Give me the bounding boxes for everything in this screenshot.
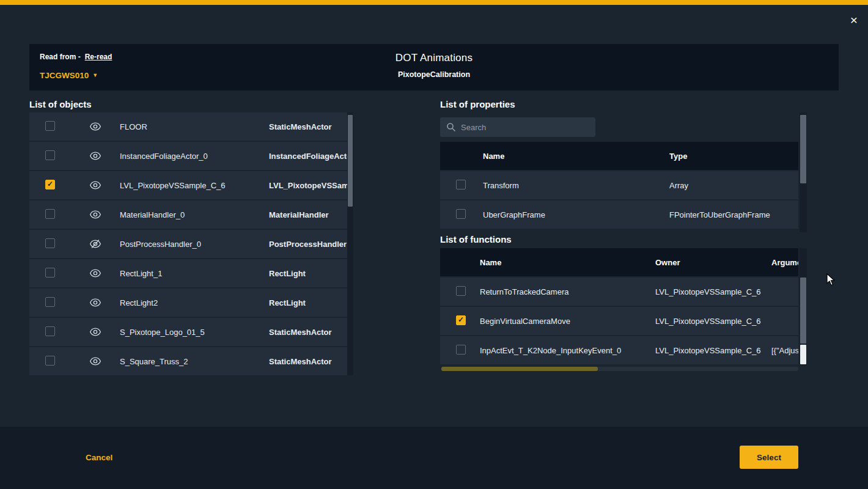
object-type: MaterialHandler (269, 210, 347, 219)
properties-rows: Transform Array UberGraphFrame FPointerT… (440, 171, 798, 229)
visibility-toggle[interactable] (71, 296, 120, 309)
eye-icon (89, 150, 101, 162)
function-row[interactable]: ReturnToTrackedCamera LVL_PixotopeVSSamp… (440, 278, 798, 306)
visibility-toggle[interactable] (71, 326, 120, 338)
row-checkbox[interactable] (456, 180, 466, 189)
visibility-toggle[interactable] (71, 208, 120, 221)
object-row[interactable]: MaterialHandler_0 MaterialHandler (29, 200, 353, 229)
property-row[interactable]: Transform Array (440, 171, 798, 199)
visibility-toggle[interactable] (71, 267, 120, 279)
functions-rows: ReturnToTrackedCamera LVL_PixotopeVSSamp… (440, 278, 798, 364)
dialog-header: Read from -Re-read TJCGWS010▼ DOT Animat… (29, 44, 839, 90)
object-row[interactable]: S_Square_Truss_2 StaticMeshActor (29, 347, 353, 375)
row-checkbox[interactable] (45, 356, 55, 366)
functions-scrollbar[interactable] (800, 248, 807, 366)
function-owner: LVL_PixotopeVSSample_C_6 (655, 287, 771, 296)
function-owner: LVL_PixotopeVSSample_C_6 (655, 317, 771, 326)
object-name: PostProcessHandler_0 (120, 240, 269, 249)
eye-icon (89, 120, 101, 133)
object-row[interactable]: RectLight_1 RectLight (29, 259, 353, 287)
properties-scrollbar[interactable] (800, 112, 807, 232)
dialog-title-block: DOT Animations PixotopeCalibration (29, 44, 839, 79)
functions-scrollbar-thumb[interactable] (800, 278, 806, 344)
object-checkbox-cell (29, 150, 71, 162)
eye-icon (89, 238, 101, 250)
function-name: ReturnToTrackedCamera (480, 287, 655, 296)
property-row[interactable]: UberGraphFrame FPointerToUberGraphFrame (440, 200, 798, 229)
object-checkbox-cell (29, 356, 71, 367)
eye-icon (89, 296, 101, 309)
functions-horizontal-scrollbar-thumb[interactable] (441, 367, 598, 371)
property-name: UberGraphFrame (483, 210, 669, 219)
row-checkbox[interactable] (45, 209, 55, 219)
objects-list: FLOOR StaticMeshActor InstancedFoliageAc… (29, 112, 353, 377)
row-checkbox[interactable] (45, 150, 55, 160)
dialog-title: DOT Animations (29, 52, 839, 64)
row-checkbox[interactable] (45, 326, 55, 336)
eye-icon (89, 208, 101, 221)
cancel-button[interactable]: Cancel (86, 453, 112, 462)
function-owner: LVL_PixotopeVSSample_C_6 (655, 346, 771, 355)
object-type: LVL_PixotopeVSSample_C (269, 181, 347, 190)
functions-table: Name Owner Arguments ReturnToTrackedCame… (440, 248, 798, 366)
objects-scrollbar-thumb[interactable] (348, 115, 353, 207)
object-checkbox-cell (29, 180, 71, 191)
properties-heading: List of properties (440, 99, 515, 109)
row-checkbox[interactable] (45, 297, 55, 307)
row-checkbox[interactable] (45, 121, 55, 131)
object-checkbox-cell (29, 268, 71, 279)
search-input[interactable] (461, 123, 589, 132)
functions-heading: List of functions (440, 234, 512, 244)
row-checkbox[interactable] (45, 268, 55, 278)
object-checkbox-cell (29, 297, 71, 309)
function-checkbox-cell (440, 286, 480, 298)
object-row[interactable]: FLOOR StaticMeshActor (29, 112, 353, 141)
column-header-owner: Owner (655, 258, 771, 267)
functions-scrollbar-thumb-bottom[interactable] (800, 345, 806, 364)
object-name: LVL_PixotopeVSSample_C_6 (120, 181, 269, 190)
column-header-type: Type (669, 152, 798, 161)
properties-scrollbar-thumb[interactable] (800, 115, 806, 183)
object-type: InstancedFoliageActor (269, 152, 347, 161)
visibility-toggle[interactable] (71, 150, 120, 162)
functions-horizontal-scrollbar[interactable] (441, 367, 798, 371)
objects-heading: List of objects (29, 99, 92, 109)
property-checkbox-cell (440, 180, 483, 191)
object-type: RectLight (269, 269, 347, 278)
function-name: BeginVirtualCameraMove (480, 317, 655, 326)
object-row[interactable]: LVL_PixotopeVSSample_C_6 LVL_PixotopeVSS… (29, 171, 353, 199)
object-name: S_Pixotope_Logo_01_5 (120, 328, 269, 337)
visibility-toggle[interactable] (71, 355, 120, 367)
object-row[interactable]: PostProcessHandler_0 PostProcessHandler (29, 230, 353, 258)
object-row[interactable]: InstancedFoliageActor_0 InstancedFoliage… (29, 142, 353, 170)
object-row[interactable]: S_Pixotope_Logo_01_5 StaticMeshActor (29, 318, 353, 346)
visibility-toggle[interactable] (71, 238, 120, 250)
function-row[interactable]: BeginVirtualCameraMove LVL_PixotopeVSSam… (440, 307, 798, 335)
function-row[interactable]: InpActEvt_T_K2Node_InputKeyEvent_0 LVL_P… (440, 336, 798, 364)
property-type: Array (669, 181, 798, 190)
eye-icon (89, 267, 101, 279)
row-checkbox[interactable] (456, 345, 466, 355)
column-header-name: Name (483, 152, 669, 161)
object-name: S_Square_Truss_2 (120, 357, 269, 366)
row-checkbox[interactable] (45, 238, 55, 248)
property-checkbox-cell (440, 209, 483, 221)
visibility-toggle[interactable] (71, 179, 120, 191)
properties-search-box[interactable] (440, 117, 595, 137)
search-icon (446, 122, 456, 132)
close-icon[interactable]: × (850, 13, 858, 26)
row-checkbox[interactable] (45, 180, 55, 189)
visibility-toggle[interactable] (71, 120, 120, 133)
objects-scrollbar[interactable] (347, 112, 353, 375)
dot-animations-dialog: × Read from -Re-read TJCGWS010▼ DOT Anim… (0, 0, 868, 489)
row-checkbox[interactable] (456, 209, 466, 219)
row-checkbox[interactable] (456, 315, 466, 325)
object-type: StaticMeshActor (269, 122, 347, 131)
row-checkbox[interactable] (456, 286, 466, 296)
object-row[interactable]: RectLight2 RectLight (29, 289, 353, 317)
object-name: RectLight_1 (120, 269, 269, 278)
dialog-footer: Cancel Select (0, 427, 868, 489)
object-name: MaterialHandler_0 (120, 210, 269, 219)
column-header-name: Name (480, 258, 655, 267)
select-button[interactable]: Select (740, 446, 798, 469)
